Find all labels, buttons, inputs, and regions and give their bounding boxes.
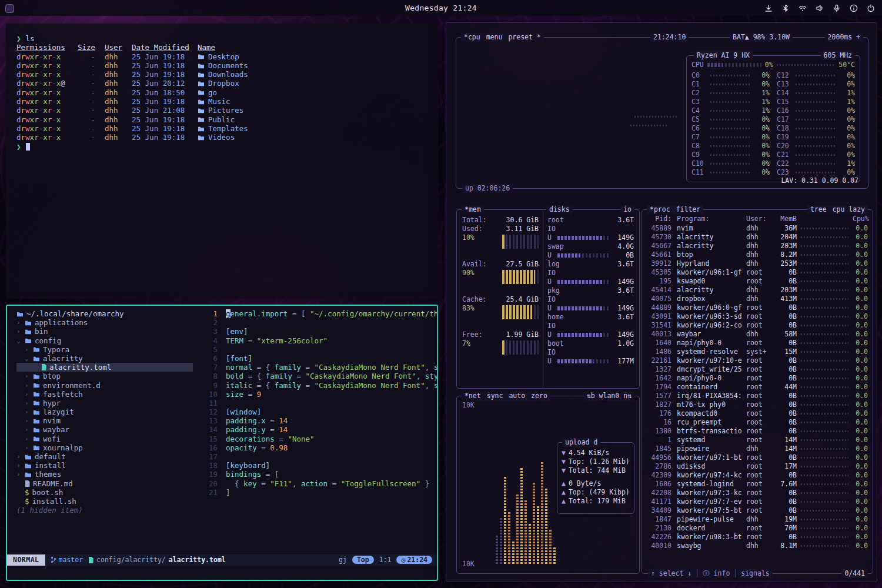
net-tab--net[interactable]: *net <box>465 392 481 400</box>
proc-row[interactable]: 40013waybardhh58M0.0 <box>642 330 873 339</box>
proc-row[interactable]: 1380btrfs-transactioroot0B0.0 <box>642 427 873 436</box>
proc-col-header[interactable]: Cpu% <box>853 215 868 223</box>
proc-row[interactable]: 1686systemd-logindroot7.6M0.0 <box>642 480 873 489</box>
tree-item-btop[interactable]: ›btop <box>16 372 201 380</box>
proc-row[interactable]: 42226kworker/u98:3-btroot0B0.0 <box>642 533 873 542</box>
wifi-icon[interactable] <box>799 4 807 12</box>
proc-col-header[interactable]: User: <box>746 215 773 223</box>
proc-row[interactable]: 1327dmcrypt_write/25root0B0.0 <box>642 365 873 374</box>
btop-tab-menu[interactable]: menu <box>486 33 503 41</box>
chevron-right-icon[interactable]: › <box>25 390 30 399</box>
tree-item-config[interactable]: ⌄config <box>16 336 201 345</box>
proc-row[interactable]: 1827mt76-tx phy0root0B0.0 <box>642 400 873 409</box>
proc-row[interactable]: 45667alacrittydhh203M0.0 <box>642 242 873 250</box>
proc-row[interactable]: 45305kworker/u96:1-gfroot0B0.0 <box>642 268 873 277</box>
tree-item-lazygit[interactable]: ›lazygit <box>16 407 201 416</box>
proc-row[interactable]: 43091kworker/u96:3-sdroot0B0.0 <box>642 312 873 321</box>
chevron-right-icon[interactable]: › <box>25 443 30 452</box>
proc-row[interactable]: 45730alacrittydhh204M0.0 <box>642 233 873 242</box>
net-tab-zero[interactable]: zero <box>531 392 547 400</box>
proc-row[interactable]: 16rcu_preemptroot0B0.0 <box>642 418 873 427</box>
proc-nav[interactable]: ↑ select ↓ <box>651 569 691 577</box>
terminal-window[interactable]: ❯ls PermissionsSizeUserDate ModifiedName… <box>6 24 438 299</box>
proc-row[interactable]: 45661btopdhh8.2M0.0 <box>642 250 873 259</box>
workspace-indicator[interactable] <box>5 4 14 13</box>
tree-item-waybar[interactable]: ›waybar <box>16 425 201 434</box>
tree-item-readme-md[interactable]: README.md <box>16 479 201 488</box>
tree-item-install[interactable]: ›install <box>16 461 201 470</box>
proc-col-header[interactable]: MemB <box>773 215 797 223</box>
proc-row[interactable]: 2130dockerdroot70M0.0 <box>642 524 873 533</box>
proc-row[interactable]: 40010swaybgdhh8.1M0.0 <box>642 542 873 550</box>
tree-item-alacritty-toml[interactable]: alacritty.toml <box>16 363 193 372</box>
refresh-interval[interactable]: 2000ms + <box>825 33 863 42</box>
tree-item-fastfetch[interactable]: ›fastfetch <box>16 390 201 399</box>
chevron-right-icon[interactable]: › <box>25 425 30 434</box>
proc-signals[interactable]: signals <box>741 569 769 577</box>
tree-item-nvim[interactable]: ›nvim <box>16 416 201 425</box>
system-monitor-window[interactable]: *cpumenupreset * 21:24:10 BAT▲ 98% 3.10W… <box>446 22 877 582</box>
tree-item-applications[interactable]: ›applications <box>16 318 201 327</box>
chevron-right-icon[interactable]: › <box>25 381 30 390</box>
proc-info[interactable]: ⓘ info <box>703 569 730 577</box>
chevron-right-icon[interactable]: › <box>25 399 30 407</box>
tree-item-default[interactable]: ›default <box>16 452 201 461</box>
code-editor[interactable]: 1general.import = [ "~/.config/omarchy/c… <box>201 309 437 554</box>
chevron-right-icon[interactable]: › <box>25 416 30 425</box>
proc-row[interactable]: 1642napi/phy0-0root0B0.0 <box>642 374 873 383</box>
tree-item-typora[interactable]: ›Typora <box>16 345 201 354</box>
tray-arrow-icon[interactable] <box>764 4 773 12</box>
proc-tab-filter[interactable]: filter <box>676 205 701 213</box>
tree-item-install-sh[interactable]: $install.sh <box>16 497 201 506</box>
proc-row[interactable]: 39912Hyprlanddhh253M0.0 <box>642 259 873 268</box>
proc-row[interactable]: 1577irq/81-PIXA3854:root0B0.0 <box>642 392 873 400</box>
proc-row[interactable]: 34409kworker/u97:5-btroot0B0.0 <box>642 506 873 515</box>
proc-col-header[interactable]: Pid: <box>647 215 671 223</box>
info-icon[interactable] <box>850 4 858 12</box>
volume-icon[interactable] <box>816 4 824 12</box>
proc-row[interactable]: 1640napi/phy0-0root0B0.0 <box>642 339 873 348</box>
chevron-right-icon[interactable]: › <box>25 435 30 443</box>
chevron-right-icon[interactable]: › <box>16 452 22 461</box>
proc-row[interactable]: 1486systemd-resolvesyst+15M0.0 <box>642 348 873 356</box>
disks-tab[interactable]: disks <box>546 205 573 214</box>
bluetooth-icon[interactable] <box>781 4 790 12</box>
tree-item-hypr[interactable]: ›hypr <box>16 399 201 407</box>
proc-row[interactable]: 44889kworker/u96:0-gfroot0B0.0 <box>642 303 873 312</box>
power-icon[interactable] <box>867 4 875 12</box>
mem-tab[interactable]: *mem <box>462 205 484 214</box>
tree-root[interactable]: ~/.local/share/omarchy <box>16 309 201 318</box>
proc-row[interactable]: 1systemdroot14M0.0 <box>642 436 873 445</box>
chevron-right-icon[interactable]: › <box>16 461 22 470</box>
proc-row[interactable]: 1794containerdroot44M0.0 <box>642 383 873 392</box>
chevron-right-icon[interactable]: › <box>25 345 30 354</box>
net-tab-sync[interactable]: sync <box>487 392 503 400</box>
chevron-down-icon[interactable]: ⌄ <box>25 354 30 363</box>
proc-row[interactable]: 31541kworker/u96:2-coroot0B0.0 <box>642 321 873 330</box>
tree-item-xournalpp[interactable]: ›xournalpp <box>16 443 201 452</box>
tree-item-wofi[interactable]: ›wofi <box>16 435 201 443</box>
editor-window[interactable]: ~/.local/share/omarchy ›applications›bin… <box>6 305 438 581</box>
proc-row[interactable]: 1845pipewiredhh14M0.0 <box>642 445 873 453</box>
tree-item-bin[interactable]: ›bin <box>16 327 201 336</box>
proc-tab--proc[interactable]: *proc <box>650 205 670 213</box>
proc-row[interactable]: 176kcompactd0root0B0.0 <box>642 409 873 418</box>
tree-item-alacritty[interactable]: ⌄alacritty <box>16 354 201 363</box>
proc-row[interactable]: 195kswapd0root0B0.0 <box>642 277 873 286</box>
proc-tab-cpu-lazy[interactable]: cpu lazy <box>833 205 865 213</box>
chevron-down-icon[interactable]: ⌄ <box>16 336 22 345</box>
proc-row[interactable]: 44956kworker/u97:1-btroot0B0.0 <box>642 453 873 462</box>
chevron-right-icon[interactable]: › <box>25 372 30 380</box>
proc-row[interactable]: 45889nvimdhh36M0.0 <box>642 224 873 233</box>
proc-tab-tree[interactable]: tree <box>810 205 827 213</box>
proc-row[interactable]: 22161kworker/u97:10-eroot0B0.0 <box>642 356 873 365</box>
btop-tab--cpu[interactable]: *cpu <box>464 33 480 41</box>
microphone-icon[interactable] <box>833 4 841 12</box>
tree-item-themes[interactable]: ›themes <box>16 470 201 479</box>
proc-row[interactable]: 42208kworker/u97:3-kcroot0B0.0 <box>642 489 873 497</box>
proc-row[interactable]: 45414alacrittydhh203M0.0 <box>642 286 873 295</box>
proc-col-header[interactable]: Program: <box>677 215 746 223</box>
chevron-right-icon[interactable]: › <box>16 470 22 479</box>
tree-item-environment-d[interactable]: ›environment.d <box>16 381 201 390</box>
proc-row[interactable]: 41171kworker/u97:7-evroot0B0.0 <box>642 497 873 506</box>
